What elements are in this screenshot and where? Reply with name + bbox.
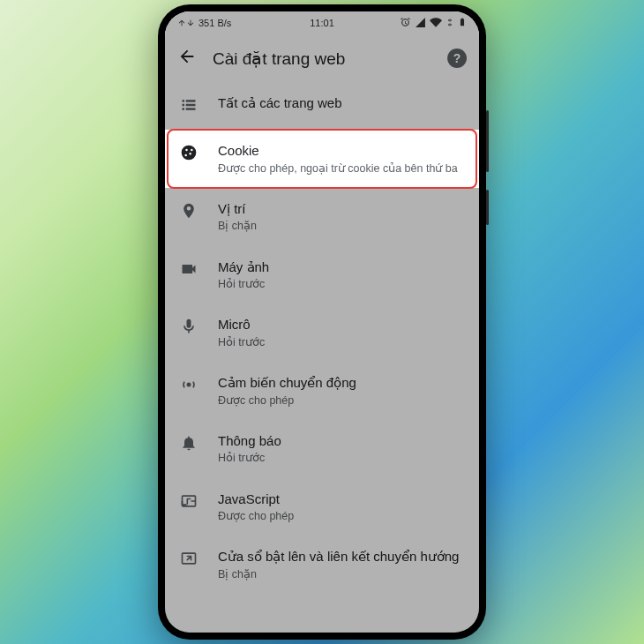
row-subtitle: Được cho phép (218, 509, 465, 523)
phone-frame: 351 B/s 11:01 (158, 4, 486, 640)
screen: 351 B/s 11:01 (165, 11, 479, 633)
wifi-icon (430, 16, 442, 30)
app-bar: Cài đặt trang web ? (165, 34, 479, 82)
row-subtitle: Hỏi trước (218, 451, 465, 465)
mic-icon (180, 318, 198, 339)
bluetooth-icon (446, 17, 454, 30)
bell-icon (180, 434, 198, 455)
row-subtitle: Được cho phép (218, 393, 465, 408)
row-title: Cửa sổ bật lên và liên kết chuyển hướng (218, 548, 465, 565)
row-notifications[interactable]: Thông báo Hỏi trước (165, 420, 479, 478)
volume-button (486, 110, 489, 172)
row-subtitle: Hỏi trước (218, 335, 465, 349)
row-cookie[interactable]: Cookie Được cho phép, ngoại trừ cookie c… (165, 130, 479, 188)
status-bar: 351 B/s 11:01 (165, 11, 479, 34)
row-title: JavaScript (218, 490, 465, 508)
speed-icon (177, 19, 195, 27)
svg-rect-1 (186, 100, 196, 102)
row-javascript[interactable]: JavaScript Được cho phép (165, 478, 479, 536)
row-title: Cảm biến chuyển động (218, 374, 465, 392)
row-subtitle: Bị chặn (218, 219, 465, 233)
power-button (486, 190, 489, 225)
motion-icon (180, 376, 198, 397)
alarm-icon (400, 17, 411, 30)
help-icon[interactable]: ? (447, 49, 467, 68)
row-all-sites[interactable]: Tất cả các trang web (165, 82, 479, 130)
svg-rect-4 (183, 108, 185, 110)
row-title: Vị trí (218, 200, 465, 218)
status-time: 11:01 (310, 18, 334, 28)
battery-icon (458, 16, 467, 30)
row-title: Tất cả các trang web (218, 94, 465, 112)
cookie-icon (180, 144, 198, 165)
location-icon (180, 202, 198, 223)
row-subtitle: Được cho phép, ngoại trừ cookie của bên … (218, 161, 465, 176)
back-icon[interactable] (177, 47, 197, 70)
settings-list: Tất cả các trang web Cookie Được cho phé… (165, 82, 479, 594)
row-title: Thông báo (218, 432, 465, 450)
row-camera[interactable]: Máy ảnh Hỏi trước (165, 246, 479, 304)
list-icon (180, 96, 198, 117)
svg-rect-5 (186, 108, 196, 110)
row-popups[interactable]: Cửa sổ bật lên và liên kết chuyển hướng … (165, 535, 479, 594)
svg-rect-0 (183, 100, 185, 102)
row-motion[interactable]: Cảm biến chuyển động Được cho phép (165, 362, 479, 420)
row-title: Máy ảnh (218, 258, 465, 276)
page-title: Cài đặt trang web (213, 49, 431, 69)
popup-icon (180, 550, 198, 571)
svg-rect-2 (183, 104, 185, 107)
js-icon (180, 492, 198, 513)
signal-icon (415, 17, 426, 30)
row-subtitle: Bị chặn (218, 567, 465, 581)
camera-icon (180, 260, 198, 281)
row-subtitle: Hỏi trước (218, 277, 465, 291)
svg-point-6 (187, 383, 190, 386)
row-mic[interactable]: Micrô Hỏi trước (165, 303, 479, 362)
network-speed: 351 B/s (198, 18, 231, 28)
row-title: Cookie (218, 142, 465, 160)
svg-rect-3 (186, 104, 196, 107)
row-location[interactable]: Vị trí Bị chặn (165, 188, 479, 246)
row-title: Micrô (218, 316, 465, 333)
